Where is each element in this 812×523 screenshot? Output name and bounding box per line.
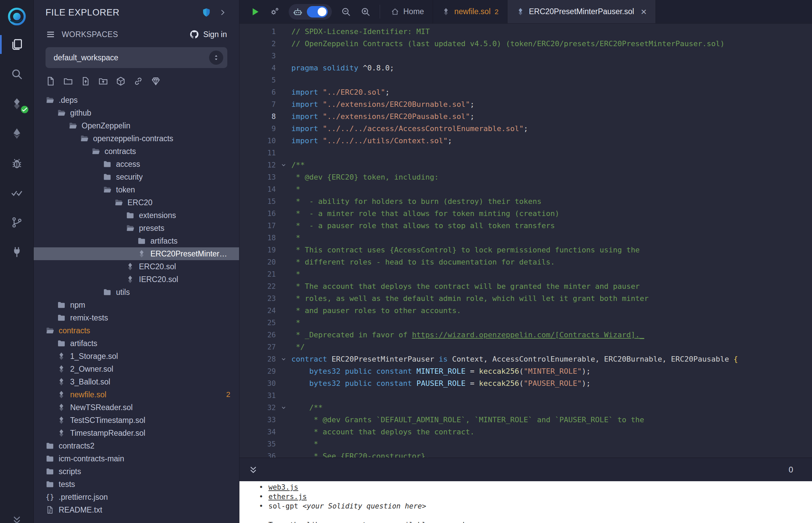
code-line: 23 * roles, as well as the default admin…: [240, 292, 812, 305]
tab-home[interactable]: Home: [382, 0, 433, 23]
tree-item-openzeppelin[interactable]: OpenZeppelin: [34, 119, 239, 132]
code-line: 4pragma solidity ^0.8.0;: [240, 62, 812, 74]
fold-gutter: [276, 329, 292, 341]
chevron-right-icon[interactable]: [218, 8, 227, 17]
code-line: 13 * @dev {ERC20} token, including:: [240, 171, 812, 183]
sign-in-button[interactable]: Sign in: [189, 29, 227, 39]
github-icon: [189, 29, 199, 39]
hamburger-menu-icon[interactable]: [46, 29, 56, 39]
line-number: 24: [240, 305, 276, 317]
tree-item-prettierrc-json[interactable]: {}.prettierrc.json: [34, 491, 239, 503]
fold-gutter: [276, 208, 292, 220]
fold-gutter: [276, 341, 292, 353]
rail-search[interactable]: [0, 59, 34, 89]
run-script-button[interactable]: [249, 6, 260, 17]
tree-item-contracts[interactable]: contracts: [34, 145, 239, 158]
zoom-out-button[interactable]: [340, 6, 351, 17]
close-tab-icon[interactable]: ×: [641, 7, 647, 17]
line-number: 5: [240, 74, 276, 86]
remix-ide-app: FILE EXPLORER WORKSPACES Sign in default…: [0, 0, 812, 523]
fold-gutter: [276, 365, 292, 377]
fold-chevron-icon[interactable]: [276, 353, 292, 365]
tree-item-timestampreader-sol[interactable]: TimestampReader.sol: [34, 427, 239, 439]
rail-deploy-and-run[interactable]: [0, 119, 34, 148]
fold-gutter: [276, 281, 292, 292]
tree-item-erc20presetminterpauser[interactable]: ERC20PresetMinterPauser...: [34, 247, 239, 260]
terminal-link[interactable]: web3.js: [268, 483, 298, 491]
sol-icon: [57, 365, 66, 373]
gist-button[interactable]: [151, 76, 161, 86]
rail-solidity-unit-testing[interactable]: [0, 178, 34, 208]
tree-item-artifacts[interactable]: artifacts: [34, 235, 239, 247]
script-config-icon[interactable]: [269, 6, 280, 17]
line-number: 7: [240, 98, 276, 110]
workspace-select[interactable]: default_workspace: [46, 47, 227, 68]
tree-item-newfile-sol[interactable]: newfile.sol2: [34, 388, 239, 401]
tree-item-contracts[interactable]: contracts: [34, 324, 239, 337]
rail-git[interactable]: [0, 208, 34, 237]
code-line: 6import "../ERC20.sol";: [240, 86, 812, 98]
tree-item-utils[interactable]: utils: [34, 286, 239, 299]
tree-item-openzeppelin-contracts[interactable]: openzeppelin-contracts: [34, 132, 239, 145]
upload-file-icon: [81, 76, 91, 86]
rail-solidity-compiler[interactable]: [0, 89, 34, 119]
terminal-line: •web3.js: [259, 483, 812, 492]
sol-icon: [57, 377, 66, 386]
file-lines-icon: [46, 505, 54, 514]
tree-item-contracts2[interactable]: contracts2: [34, 439, 239, 452]
fold-chevron-icon[interactable]: [276, 159, 292, 171]
tab-newfile-sol[interactable]: newfile.sol2: [433, 0, 508, 23]
upload-folder-button[interactable]: [98, 76, 108, 86]
terminal-collapse-icon[interactable]: [248, 465, 258, 475]
tree-item-deps[interactable]: .deps: [34, 94, 239, 107]
tree-item-tests[interactable]: tests: [34, 478, 239, 491]
workspace-name: default_workspace: [54, 53, 118, 62]
tree-item-3-ballot-sol[interactable]: 3_Ballot.sol: [34, 375, 239, 388]
tree-item-token[interactable]: token: [34, 183, 239, 196]
tree-item-npm[interactable]: npm: [34, 299, 239, 311]
tree-item-security[interactable]: security: [34, 170, 239, 183]
code-line: 9import "../../../access/AccessControlEn…: [240, 123, 812, 135]
tree-item-2-owner-sol[interactable]: 2_Owner.sol: [34, 363, 239, 375]
tree-item-extensions[interactable]: extensions: [34, 209, 239, 222]
tab-erc20presetminterpauser-sol[interactable]: ERC20PresetMinterPauser.sol×: [508, 0, 655, 23]
rail-plugin-manager[interactable]: [0, 237, 34, 267]
tree-item-1-storage-sol[interactable]: 1_Storage.sol: [34, 350, 239, 363]
tree-item-artifacts[interactable]: artifacts: [34, 337, 239, 350]
link-button[interactable]: [133, 76, 143, 86]
rail-collapse-icon-slot[interactable]: [0, 514, 34, 523]
rail-file-explorer[interactable]: [0, 30, 34, 59]
tree-item-ierc20-sol[interactable]: IERC20.sol: [34, 273, 239, 286]
tree-item-presets[interactable]: presets: [34, 222, 239, 235]
terminal-link[interactable]: ethers.js: [268, 493, 307, 501]
file-icon: [46, 76, 56, 86]
tree-item-github[interactable]: github: [34, 107, 239, 119]
shield-icon: [201, 7, 211, 18]
upload-file-button[interactable]: [81, 76, 91, 86]
fold-gutter: [276, 123, 292, 135]
tree-item-scripts[interactable]: scripts: [34, 465, 239, 478]
code-line: 24 * and pauser roles to other accounts.: [240, 305, 812, 317]
line-number: 31: [240, 390, 276, 402]
code-editor[interactable]: 1// SPDX-License-Identifier: MIT2// Open…: [240, 23, 812, 458]
fold-chevron-icon[interactable]: [276, 402, 292, 414]
new-file-button[interactable]: [46, 76, 56, 86]
workspace-switch-button[interactable]: [209, 51, 223, 65]
tree-item-erc20[interactable]: ERC20: [34, 196, 239, 209]
publish-to-ipfs-button[interactable]: [116, 76, 126, 86]
tree-item-erc20-sol[interactable]: ERC20.sol: [34, 260, 239, 273]
zoom-in-button[interactable]: [360, 6, 371, 17]
tree-item-newtsreader-sol[interactable]: NewTSReader.sol: [34, 401, 239, 414]
tree-item-remix-tests[interactable]: remix-tests: [34, 311, 239, 324]
tree-item-access[interactable]: access: [34, 158, 239, 170]
line-number: 14: [240, 183, 276, 196]
tree-item-testsctimestamp-sol[interactable]: TestSCTimestamp.sol: [34, 414, 239, 427]
chevrons-down-icon: [11, 514, 22, 523]
ai-copilot-toggle[interactable]: [307, 6, 328, 18]
rail-debugger[interactable]: [0, 148, 34, 178]
new-folder-button[interactable]: [63, 76, 73, 86]
tree-item-icm-contracts-main[interactable]: icm-contracts-main: [34, 452, 239, 465]
folder-open-icon: [80, 134, 89, 143]
tree-item-readme-txt[interactable]: README.txt: [34, 503, 239, 516]
fold-gutter: [276, 377, 292, 390]
